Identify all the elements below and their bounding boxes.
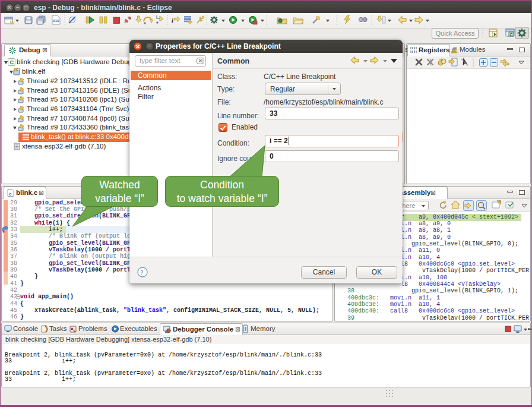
svg-text:?: ? [141, 269, 144, 276]
